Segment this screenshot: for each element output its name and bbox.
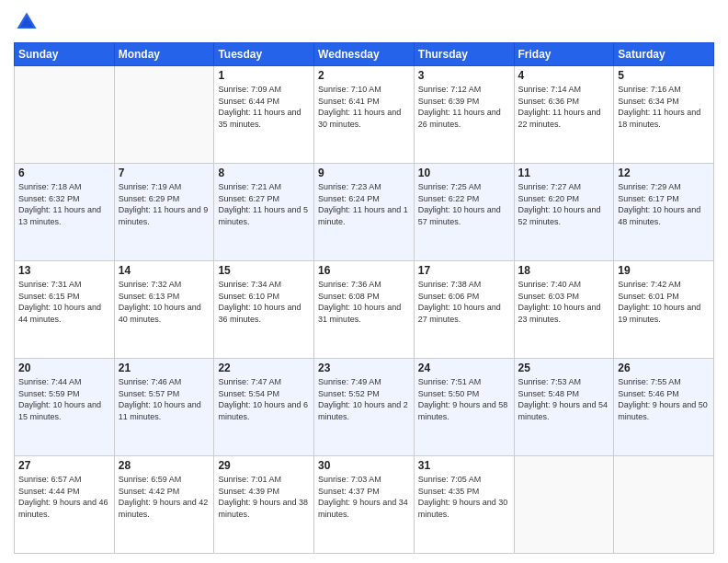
cell-info: Sunrise: 7:36 AM Sunset: 6:08 PM Dayligh…: [318, 279, 410, 325]
cell-info: Sunrise: 7:51 AM Sunset: 5:50 PM Dayligh…: [418, 376, 510, 422]
calendar-cell: 7Sunrise: 7:19 AM Sunset: 6:29 PM Daylig…: [114, 164, 214, 261]
day-number: 18: [518, 264, 610, 277]
day-number: 14: [119, 264, 210, 277]
cell-info: Sunrise: 7:49 AM Sunset: 5:52 PM Dayligh…: [318, 376, 410, 422]
day-number: 11: [518, 167, 610, 179]
calendar-cell: 2Sunrise: 7:10 AM Sunset: 6:41 PM Daylig…: [314, 66, 415, 164]
day-number: 12: [618, 167, 710, 179]
day-number: 13: [18, 264, 110, 277]
cell-info: Sunrise: 7:31 AM Sunset: 6:15 PM Dayligh…: [18, 279, 110, 325]
calendar-header-row: SundayMondayTuesdayWednesdayThursdayFrid…: [15, 43, 714, 66]
day-number: 28: [119, 459, 210, 472]
day-number: 21: [119, 362, 210, 374]
weekday-header-sunday: Sunday: [15, 43, 115, 66]
cell-info: Sunrise: 7:46 AM Sunset: 5:57 PM Dayligh…: [119, 376, 210, 422]
calendar-cell: 23Sunrise: 7:49 AM Sunset: 5:52 PM Dayli…: [314, 359, 415, 456]
day-number: 1: [218, 69, 310, 82]
day-number: 4: [518, 69, 610, 82]
calendar-cell: 31Sunrise: 7:05 AM Sunset: 4:35 PM Dayli…: [414, 456, 514, 554]
cell-info: Sunrise: 7:23 AM Sunset: 6:24 PM Dayligh…: [318, 181, 410, 227]
calendar-cell: 30Sunrise: 7:03 AM Sunset: 4:37 PM Dayli…: [314, 456, 415, 554]
cell-info: Sunrise: 7:55 AM Sunset: 5:46 PM Dayligh…: [618, 376, 710, 422]
cell-info: Sunrise: 7:47 AM Sunset: 5:54 PM Dayligh…: [218, 376, 310, 422]
calendar-cell: 18Sunrise: 7:40 AM Sunset: 6:03 PM Dayli…: [514, 261, 614, 359]
calendar-cell: 3Sunrise: 7:12 AM Sunset: 6:39 PM Daylig…: [414, 66, 514, 164]
cell-info: Sunrise: 7:38 AM Sunset: 6:06 PM Dayligh…: [418, 279, 510, 325]
day-number: 2: [318, 69, 410, 82]
calendar-cell: 1Sunrise: 7:09 AM Sunset: 6:44 PM Daylig…: [214, 66, 314, 164]
logo-icon: [14, 9, 40, 35]
calendar-cell: [514, 456, 614, 554]
calendar-cell: 16Sunrise: 7:36 AM Sunset: 6:08 PM Dayli…: [314, 261, 415, 359]
cell-info: Sunrise: 6:59 AM Sunset: 4:42 PM Dayligh…: [119, 474, 210, 520]
day-number: 5: [618, 69, 710, 82]
weekday-header-monday: Monday: [114, 43, 214, 66]
calendar-cell: 20Sunrise: 7:44 AM Sunset: 5:59 PM Dayli…: [15, 359, 115, 456]
cell-info: Sunrise: 7:42 AM Sunset: 6:01 PM Dayligh…: [618, 279, 710, 325]
cell-info: Sunrise: 7:29 AM Sunset: 6:17 PM Dayligh…: [618, 181, 710, 227]
calendar-cell: 10Sunrise: 7:25 AM Sunset: 6:22 PM Dayli…: [414, 164, 514, 261]
calendar-cell: 24Sunrise: 7:51 AM Sunset: 5:50 PM Dayli…: [414, 359, 514, 456]
cell-info: Sunrise: 7:27 AM Sunset: 6:20 PM Dayligh…: [518, 181, 610, 227]
day-number: 8: [218, 167, 310, 179]
cell-info: Sunrise: 7:10 AM Sunset: 6:41 PM Dayligh…: [318, 84, 410, 130]
day-number: 22: [218, 362, 310, 374]
day-number: 7: [119, 167, 210, 179]
cell-info: Sunrise: 7:32 AM Sunset: 6:13 PM Dayligh…: [119, 279, 210, 325]
calendar-cell: 13Sunrise: 7:31 AM Sunset: 6:15 PM Dayli…: [15, 261, 115, 359]
day-number: 3: [418, 69, 510, 82]
weekday-header-tuesday: Tuesday: [214, 43, 314, 66]
calendar-cell: 26Sunrise: 7:55 AM Sunset: 5:46 PM Dayli…: [614, 359, 714, 456]
cell-info: Sunrise: 7:53 AM Sunset: 5:48 PM Dayligh…: [518, 376, 610, 422]
cell-info: Sunrise: 7:05 AM Sunset: 4:35 PM Dayligh…: [418, 474, 510, 520]
cell-info: Sunrise: 7:34 AM Sunset: 6:10 PM Dayligh…: [218, 279, 310, 325]
day-number: 15: [218, 264, 310, 277]
day-number: 19: [618, 264, 710, 277]
calendar-cell: 8Sunrise: 7:21 AM Sunset: 6:27 PM Daylig…: [214, 164, 314, 261]
calendar-cell: 11Sunrise: 7:27 AM Sunset: 6:20 PM Dayli…: [514, 164, 614, 261]
cell-info: Sunrise: 7:01 AM Sunset: 4:39 PM Dayligh…: [218, 474, 310, 520]
calendar-week-2: 6Sunrise: 7:18 AM Sunset: 6:32 PM Daylig…: [15, 164, 714, 261]
logo: [14, 9, 43, 35]
day-number: 9: [318, 167, 410, 179]
calendar-cell: 15Sunrise: 7:34 AM Sunset: 6:10 PM Dayli…: [214, 261, 314, 359]
calendar-cell: [114, 66, 214, 164]
cell-info: Sunrise: 7:03 AM Sunset: 4:37 PM Dayligh…: [318, 474, 410, 520]
day-number: 20: [18, 362, 110, 374]
day-number: 31: [418, 459, 510, 472]
page: SundayMondayTuesdayWednesdayThursdayFrid…: [0, 0, 728, 563]
weekday-header-friday: Friday: [514, 43, 614, 66]
calendar-cell: 4Sunrise: 7:14 AM Sunset: 6:36 PM Daylig…: [514, 66, 614, 164]
calendar-cell: [614, 456, 714, 554]
day-number: 27: [18, 459, 110, 472]
calendar-cell: 25Sunrise: 7:53 AM Sunset: 5:48 PM Dayli…: [514, 359, 614, 456]
cell-info: Sunrise: 7:16 AM Sunset: 6:34 PM Dayligh…: [618, 84, 710, 130]
calendar-cell: 22Sunrise: 7:47 AM Sunset: 5:54 PM Dayli…: [214, 359, 314, 456]
calendar-cell: 17Sunrise: 7:38 AM Sunset: 6:06 PM Dayli…: [414, 261, 514, 359]
calendar-cell: 14Sunrise: 7:32 AM Sunset: 6:13 PM Dayli…: [114, 261, 214, 359]
calendar-week-4: 20Sunrise: 7:44 AM Sunset: 5:59 PM Dayli…: [15, 359, 714, 456]
cell-info: Sunrise: 7:21 AM Sunset: 6:27 PM Dayligh…: [218, 181, 310, 227]
calendar-week-3: 13Sunrise: 7:31 AM Sunset: 6:15 PM Dayli…: [15, 261, 714, 359]
calendar-cell: 27Sunrise: 6:57 AM Sunset: 4:44 PM Dayli…: [15, 456, 115, 554]
day-number: 25: [518, 362, 610, 374]
day-number: 24: [418, 362, 510, 374]
calendar-cell: 21Sunrise: 7:46 AM Sunset: 5:57 PM Dayli…: [114, 359, 214, 456]
cell-info: Sunrise: 7:12 AM Sunset: 6:39 PM Dayligh…: [418, 84, 510, 130]
cell-info: Sunrise: 7:09 AM Sunset: 6:44 PM Dayligh…: [218, 84, 310, 130]
cell-info: Sunrise: 7:18 AM Sunset: 6:32 PM Dayligh…: [18, 181, 110, 227]
day-number: 6: [18, 167, 110, 179]
day-number: 17: [418, 264, 510, 277]
calendar-table: SundayMondayTuesdayWednesdayThursdayFrid…: [14, 42, 714, 554]
calendar-cell: 5Sunrise: 7:16 AM Sunset: 6:34 PM Daylig…: [614, 66, 714, 164]
day-number: 26: [618, 362, 710, 374]
calendar-cell: [15, 66, 115, 164]
calendar-cell: 28Sunrise: 6:59 AM Sunset: 4:42 PM Dayli…: [114, 456, 214, 554]
cell-info: Sunrise: 7:19 AM Sunset: 6:29 PM Dayligh…: [119, 181, 210, 227]
calendar-cell: 19Sunrise: 7:42 AM Sunset: 6:01 PM Dayli…: [614, 261, 714, 359]
calendar-cell: 9Sunrise: 7:23 AM Sunset: 6:24 PM Daylig…: [314, 164, 415, 261]
weekday-header-thursday: Thursday: [414, 43, 514, 66]
day-number: 29: [218, 459, 310, 472]
weekday-header-saturday: Saturday: [614, 43, 714, 66]
calendar-cell: 29Sunrise: 7:01 AM Sunset: 4:39 PM Dayli…: [214, 456, 314, 554]
